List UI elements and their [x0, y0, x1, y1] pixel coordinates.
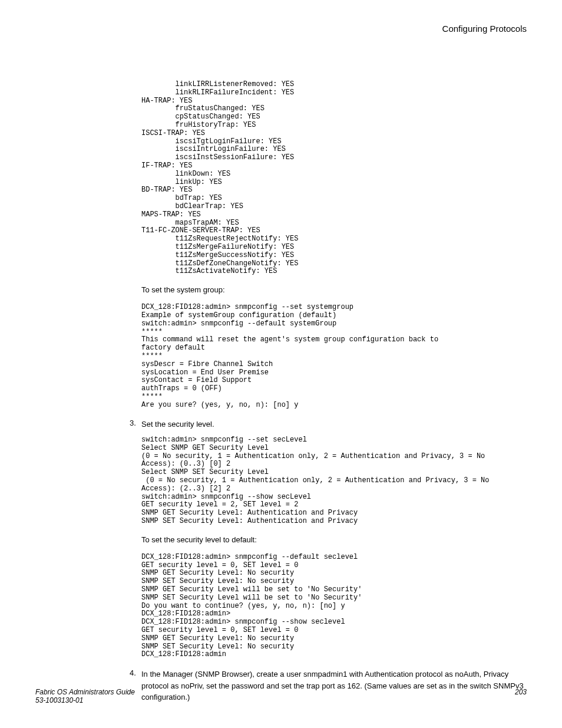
footer-doc-title: Fabric OS Administrators Guide — [35, 688, 135, 696]
footer-page-number: 203 — [515, 688, 527, 704]
code-output-systemgroup: DCX_128:FID128:admin> snmpconfig --set s… — [141, 304, 527, 409]
code-output-traps: linkLIRRListenerRemoved: YES linkRLIRFai… — [141, 81, 527, 276]
footer-doc-id: 53-1003130-01 — [35, 696, 135, 704]
footer-left: Fabric OS Administrators Guide 53-100313… — [35, 688, 135, 704]
step-3-number: 3. — [130, 419, 141, 430]
code-output-seclevel: switch:admin> snmpconfig --set secLevel … — [141, 436, 527, 526]
code-output-seclevel-default: DCX_128:FID128:admin> snmpconfig --defau… — [141, 554, 527, 659]
step-3-text: Set the security level. — [141, 419, 214, 430]
step-3: 3. Set the security level. — [130, 419, 527, 430]
page-footer: Fabric OS Administrators Guide 53-100313… — [35, 688, 527, 704]
page-header-title: Configuring Protocols — [35, 24, 527, 34]
label-set-system-group: To set the system group: — [141, 285, 527, 294]
label-set-seclevel-default: To set the security level to default: — [141, 535, 527, 544]
